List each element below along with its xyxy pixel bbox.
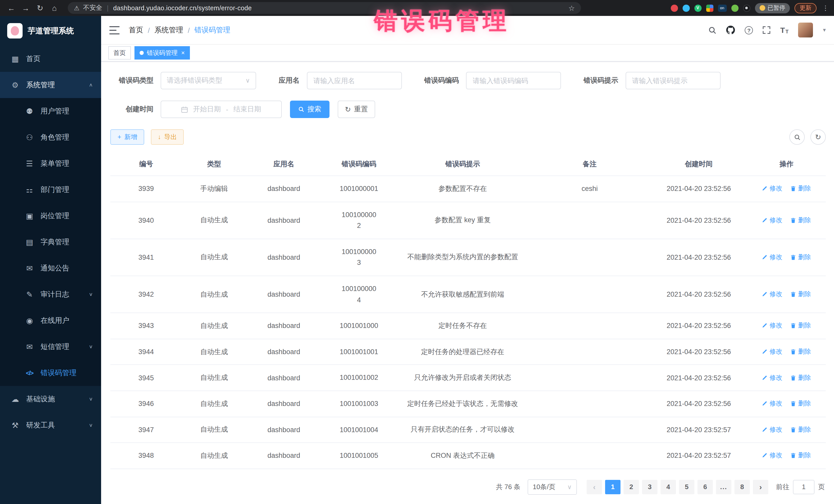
sidebar-item-notice[interactable]: ✉ 通知公告 bbox=[0, 255, 101, 281]
pager-ellipsis[interactable]: ... bbox=[716, 480, 731, 494]
edit-link[interactable]: 修改 bbox=[762, 425, 783, 434]
chevron-down-icon: ∨ bbox=[89, 344, 93, 350]
delete-link[interactable]: 删除 bbox=[790, 348, 811, 356]
update-button[interactable]: 更新 bbox=[794, 3, 816, 13]
breadcrumb: 首页 / 系统管理 / 错误码管理 bbox=[129, 25, 231, 35]
edit-icon bbox=[762, 401, 768, 407]
delete-link[interactable]: 删除 bbox=[790, 425, 811, 434]
bookmark-star-icon[interactable]: ☆ bbox=[568, 4, 575, 12]
goto-page-input[interactable] bbox=[793, 480, 814, 494]
cell-id: 3948 bbox=[110, 443, 182, 468]
pager-page-3[interactable]: 3 bbox=[642, 480, 657, 494]
delete-link[interactable]: 删除 bbox=[790, 373, 811, 382]
sidebar-item-menu-management[interactable]: ☰ 菜单管理 bbox=[0, 150, 101, 177]
sidebar-item-post-management[interactable]: ▣ 岗位管理 bbox=[0, 203, 101, 229]
edit-link[interactable]: 修改 bbox=[762, 348, 783, 356]
pinned-extension-icon[interactable] bbox=[743, 4, 750, 12]
edit-link[interactable]: 修改 bbox=[762, 322, 783, 330]
edit-link[interactable]: 修改 bbox=[762, 399, 783, 408]
cell-actions: 修改 删除 bbox=[747, 365, 826, 391]
sidebar-item-sms-management[interactable]: ✉ 短信管理 ∨ bbox=[0, 334, 101, 360]
paused-badge[interactable]: 已暂停 bbox=[755, 3, 790, 13]
edit-link[interactable]: 修改 bbox=[762, 184, 783, 193]
date-range-picker[interactable]: 开始日期 - 结束日期 bbox=[161, 101, 282, 118]
github-icon[interactable] bbox=[726, 26, 735, 35]
chevron-down-icon: ∨ bbox=[89, 396, 93, 402]
delete-link[interactable]: 删除 bbox=[790, 322, 811, 330]
sidebar-item-audit-log[interactable]: ✎ 审计日志 ∨ bbox=[0, 281, 101, 307]
sidebar-item-error-code-management[interactable]: </> 错误码管理 bbox=[0, 360, 101, 386]
edit-link[interactable]: 修改 bbox=[762, 216, 783, 224]
extension-icon-v[interactable]: V bbox=[694, 4, 701, 12]
font-size-icon[interactable]: TT bbox=[780, 26, 789, 35]
close-icon[interactable]: × bbox=[181, 50, 185, 56]
table-row: 3942 自动生成 dashboard 100100000 4 不允许获取敏感配… bbox=[110, 276, 826, 313]
delete-icon bbox=[790, 427, 796, 433]
page-size-select[interactable]: 10条/页 ∨ bbox=[528, 479, 577, 495]
sidebar-item-online-users[interactable]: ◉ 在线用户 bbox=[0, 307, 101, 334]
add-button[interactable]: + 新增 bbox=[110, 129, 145, 145]
sidebar-item-home[interactable]: ▦ 首页 bbox=[0, 46, 101, 72]
refresh-table-button[interactable]: ↻ bbox=[810, 129, 826, 145]
search-icon[interactable] bbox=[708, 26, 717, 34]
sidebar-item-user-management[interactable]: ⚉ 用户管理 bbox=[0, 98, 101, 124]
reset-button[interactable]: ↻ 重置 bbox=[338, 101, 375, 118]
sidebar-item-role-management[interactable]: ⚇ 角色管理 bbox=[0, 124, 101, 150]
forward-icon[interactable]: → bbox=[20, 0, 32, 16]
edit-link[interactable]: 修改 bbox=[762, 452, 783, 460]
pager-page-5[interactable]: 5 bbox=[679, 480, 695, 494]
cell-type: 自动生成 bbox=[182, 391, 246, 417]
edit-link[interactable]: 修改 bbox=[762, 290, 783, 299]
error-hint-input[interactable] bbox=[626, 72, 720, 89]
pager-page-6[interactable]: 6 bbox=[698, 480, 713, 494]
reload-icon[interactable]: ↻ bbox=[34, 0, 46, 16]
avatar[interactable] bbox=[798, 23, 813, 38]
browser-home-icon[interactable]: ⌂ bbox=[48, 0, 61, 16]
delete-link[interactable]: 删除 bbox=[790, 452, 811, 460]
sidebar-item-dict-management[interactable]: ▤ 字典管理 bbox=[0, 229, 101, 255]
browser-menu-icon[interactable]: ⋮ bbox=[822, 4, 829, 12]
sidebar-item-dev-tools[interactable]: ⚒ 研发工具 ∨ bbox=[0, 412, 101, 438]
extension-icon-leaf[interactable] bbox=[731, 4, 738, 12]
sidebar-item-system-management[interactable]: ⚙ 系统管理 ∧ bbox=[0, 72, 101, 98]
pager-prev-button[interactable]: ‹ bbox=[587, 480, 602, 494]
help-icon[interactable]: ? bbox=[745, 26, 753, 34]
sidebar-item-label: 首页 bbox=[26, 54, 93, 63]
delete-link[interactable]: 删除 bbox=[790, 253, 811, 262]
error-code-input[interactable] bbox=[466, 72, 561, 89]
sidebar-item-dept-management[interactable]: ⚏ 部门管理 bbox=[0, 177, 101, 203]
pager-page-2[interactable]: 2 bbox=[623, 480, 639, 494]
extension-icon-grid[interactable] bbox=[706, 4, 713, 12]
delete-link[interactable]: 删除 bbox=[790, 399, 811, 408]
pager-page-8[interactable]: 8 bbox=[734, 480, 750, 494]
extension-icon-red[interactable] bbox=[671, 4, 678, 12]
breadcrumb-home[interactable]: 首页 bbox=[129, 25, 143, 35]
show-search-toggle-button[interactable] bbox=[789, 129, 805, 145]
fullscreen-icon[interactable] bbox=[763, 26, 770, 34]
browser-extensions-area: V on 已暂停 更新 ⋮ bbox=[671, 3, 829, 13]
hamburger-icon[interactable] bbox=[109, 26, 119, 34]
error-type-select[interactable]: 请选择错误码类型 ∨ bbox=[161, 72, 256, 89]
pager-next-button[interactable]: › bbox=[753, 480, 768, 494]
sidebar-item-infrastructure[interactable]: ☁ 基础设施 ∨ bbox=[0, 386, 101, 412]
cell-hint: 定时任务不存在 bbox=[396, 313, 529, 339]
pager-page-4[interactable]: 4 bbox=[660, 480, 676, 494]
delete-link[interactable]: 删除 bbox=[790, 216, 811, 224]
extension-icon-on[interactable]: on bbox=[718, 4, 726, 12]
extension-icon-teal[interactable] bbox=[682, 4, 689, 12]
export-button[interactable]: ↓ 导出 bbox=[151, 129, 184, 145]
avatar-caret-icon[interactable]: ▾ bbox=[823, 27, 826, 34]
delete-link[interactable]: 删除 bbox=[790, 290, 811, 299]
back-icon[interactable]: ← bbox=[5, 0, 18, 16]
app-name-input[interactable] bbox=[307, 72, 402, 89]
pager-page-1[interactable]: 1 bbox=[605, 480, 620, 494]
tab-home[interactable]: 首页 bbox=[108, 46, 131, 60]
sidebar-logo[interactable]: 芋道管理系统 bbox=[0, 16, 101, 46]
edit-link[interactable]: 修改 bbox=[762, 253, 783, 262]
tab-error-code-management[interactable]: 错误码管理 × bbox=[134, 46, 190, 60]
search-button[interactable]: 搜索 bbox=[290, 101, 329, 118]
delete-link[interactable]: 删除 bbox=[790, 184, 811, 193]
edit-link[interactable]: 修改 bbox=[762, 373, 783, 382]
breadcrumb-system[interactable]: 系统管理 bbox=[154, 25, 183, 35]
cell-code: 100100000 2 bbox=[321, 202, 396, 239]
